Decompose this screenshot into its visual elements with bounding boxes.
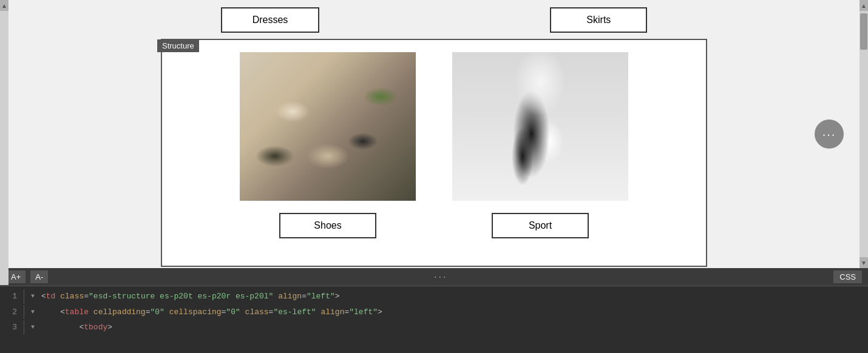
sport-image xyxy=(452,52,628,201)
top-category-buttons: Dresses Skirts xyxy=(221,7,648,33)
scroll-up-arrow[interactable]: ▲ xyxy=(0,0,8,11)
scroll-down-right[interactable]: ▼ xyxy=(860,257,868,268)
options-button[interactable]: ··· xyxy=(815,119,844,149)
sport-cell: Sport xyxy=(452,52,628,238)
code-line-1: 1 ▼ <td class="esd-structure es-p20t es-… xyxy=(0,289,868,304)
line-content-2: <table cellpadding="0" cellspacing="0" c… xyxy=(41,306,382,318)
skirts-button[interactable]: Skirts xyxy=(550,7,647,33)
left-scrollbar[interactable]: ▲ xyxy=(0,0,8,285)
shoes-cell: Shoes xyxy=(240,52,416,238)
line-number-3: 3 xyxy=(0,321,24,334)
scroll-thumb[interactable] xyxy=(860,13,867,50)
line-toggle-2[interactable]: ▼ xyxy=(28,307,38,317)
code-lines-container: 1 ▼ <td class="esd-structure es-p20t es-… xyxy=(0,286,868,353)
line-toggle-3[interactable]: ▼ xyxy=(28,323,38,332)
up-arrow-icon: ▲ xyxy=(861,2,867,9)
shoes-image xyxy=(240,52,416,201)
structure-label: Structure xyxy=(157,39,199,52)
line-toggle-1[interactable]: ▼ xyxy=(28,292,38,301)
right-scrollbar[interactable]: ▲ ▼ xyxy=(860,0,868,268)
dresses-button[interactable]: Dresses xyxy=(221,7,320,33)
font-decrease-button[interactable]: A- xyxy=(30,271,48,283)
line-content-3: <tbody> xyxy=(41,321,112,334)
dots-icon: ··· xyxy=(822,127,836,141)
code-toolbar: A+ A- ··· CSS xyxy=(0,268,868,286)
code-editor-panel: A+ A- ··· CSS 1 ▼ <td class="esd-structu… xyxy=(0,268,868,353)
shoes-button[interactable]: Shoes xyxy=(279,213,376,238)
structure-container: Shoes Sport xyxy=(161,39,707,267)
sport-button[interactable]: Sport xyxy=(492,213,589,238)
font-increase-button[interactable]: A+ xyxy=(6,271,25,283)
line-number-2: 2 xyxy=(0,306,24,318)
line-content-1: <td class="esd-structure es-p20t es-p20r… xyxy=(41,291,340,303)
image-grid: Shoes Sport xyxy=(240,52,628,238)
css-button[interactable]: CSS xyxy=(833,271,862,283)
line-number-1: 1 xyxy=(0,291,24,303)
main-content-area: ▲ Dresses Skirts Structure Shoes Sport ·… xyxy=(0,0,868,268)
code-line-3: 3 ▼ <tbody> xyxy=(0,320,868,335)
scroll-up-right[interactable]: ▲ xyxy=(860,0,868,11)
toolbar-dots: ··· xyxy=(53,272,829,283)
down-arrow-icon: ▼ xyxy=(861,260,867,266)
code-line-2: 2 ▼ <table cellpadding="0" cellspacing="… xyxy=(0,304,868,320)
